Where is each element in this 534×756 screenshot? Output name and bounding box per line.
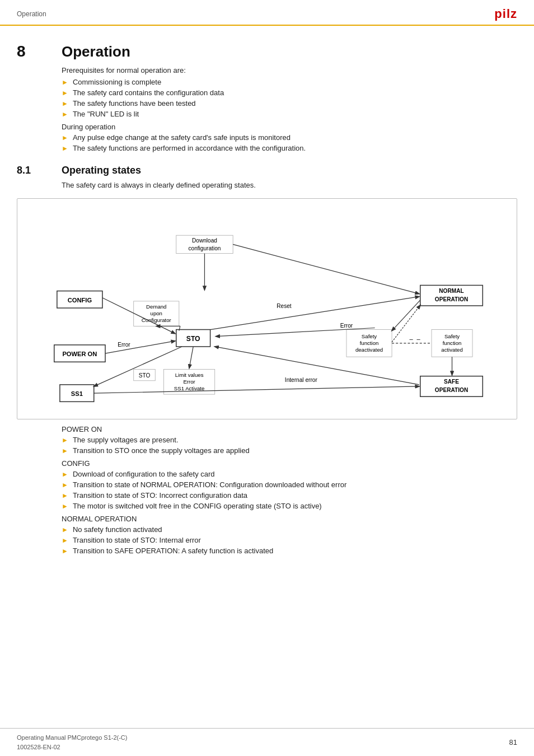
svg-text:upon: upon (151, 310, 162, 316)
bullet-icon: ► (62, 436, 68, 444)
section81-intro: The safety card is always in clearly def… (62, 181, 517, 189)
logo: pilz (494, 7, 517, 21)
footer-page: 81 (509, 738, 517, 746)
svg-text:SAFE: SAFE (444, 379, 459, 385)
svg-text:STO: STO (186, 335, 200, 343)
list-item: ►Transition to STO once the supply volta… (62, 446, 517, 455)
section81-title: Operating states (62, 165, 141, 176)
svg-text:CONFIG: CONFIG (68, 297, 92, 304)
config-list: ►Download of configuration to the safety… (62, 470, 517, 510)
svg-text:Limit values: Limit values (175, 372, 204, 378)
svg-line-44 (94, 386, 419, 393)
config-label: CONFIG (62, 459, 517, 468)
svg-line-54 (189, 347, 193, 368)
header-section-label: Operation (17, 10, 46, 18)
svg-text:Reset: Reset (277, 303, 292, 309)
svg-line-47 (392, 305, 420, 342)
main-content: 8 Operation Prerequisites for normal ope… (0, 26, 534, 570)
svg-line-45 (210, 297, 419, 330)
bullet-icon: ► (62, 502, 68, 510)
svg-text:SS1: SS1 (71, 390, 83, 397)
power-on-list: ►The supply voltages are present. ►Trans… (62, 436, 517, 455)
during-list: ►Any pulse edge change at the safety car… (62, 133, 517, 152)
bullet-icon: ► (62, 110, 68, 118)
page-header: Operation pilz (0, 0, 534, 26)
svg-text:configuration: configuration (188, 245, 221, 251)
list-item: ►Download of configuration to the safety… (62, 470, 517, 478)
list-item: ►No safety function activated (62, 525, 517, 534)
bullet-icon: ► (62, 447, 68, 455)
list-item: ►Transition to state of STO: Internal er… (62, 536, 517, 544)
svg-line-53 (216, 328, 375, 336)
bullet-icon: ► (62, 481, 68, 489)
svg-text:STO: STO (139, 372, 151, 379)
svg-text:activated: activated (441, 347, 463, 353)
footer-manual: Operating Manual PMCprotego S1-2(-C) (17, 733, 127, 743)
svg-text:Demand: Demand (146, 304, 166, 310)
list-item: ►Any pulse edge change at the safety car… (62, 133, 517, 142)
list-item: ►The motor is switched volt free in the … (62, 502, 517, 510)
svg-text:function: function (360, 340, 379, 346)
section81-heading: 8.1 Operating states (17, 165, 517, 176)
footer-doc-number: 1002528-EN-02 (17, 743, 127, 752)
section8-intro: Prerequisites for normal operation are: (62, 66, 517, 74)
svg-text:NORMAL: NORMAL (439, 288, 463, 294)
bullet-icon: ► (62, 547, 68, 555)
svg-text:deactivated: deactivated (355, 347, 383, 353)
diagram-svg: CONFIG POWER ON STO SS1 NORMAL OPERATION… (23, 204, 511, 412)
list-item: ►The safety card contains the configurat… (62, 88, 517, 97)
power-on-label: POWER ON (62, 425, 517, 433)
bullet-icon: ► (62, 470, 68, 478)
svg-text:OPERATION: OPERATION (435, 296, 468, 302)
page-footer: Operating Manual PMCprotego S1-2(-C) 100… (0, 728, 534, 756)
svg-line-43 (94, 347, 182, 386)
svg-line-42 (233, 244, 419, 293)
svg-line-55 (179, 326, 180, 330)
bullet-icon: ► (62, 100, 68, 108)
section8-title: Operation (62, 43, 130, 60)
svg-text:Error: Error (183, 379, 195, 385)
svg-text:–: – (417, 335, 421, 342)
svg-text:Internal error: Internal error (285, 377, 318, 383)
list-item: ►Transition to state of STO: Incorrect c… (62, 491, 517, 500)
bullet-icon: ► (62, 134, 68, 142)
bullet-icon: ► (62, 144, 68, 152)
list-item: ►The "RUN" LED is lit (62, 110, 517, 118)
svg-line-46 (392, 300, 420, 331)
section8-number: 8 (17, 43, 62, 60)
list-item: ►Transition to SAFE OPERATION: A safety … (62, 547, 517, 555)
list-item: ►Commissioning is complete (62, 78, 517, 86)
svg-text:POWER ON: POWER ON (62, 351, 97, 357)
section81-number: 8.1 (17, 165, 62, 176)
normal-op-list: ►No safety function activated ►Transitio… (62, 525, 517, 555)
footer-left: Operating Manual PMCprotego S1-2(-C) 100… (17, 733, 127, 752)
svg-text:OPERATION: OPERATION (435, 387, 468, 393)
bullet-icon: ► (62, 526, 68, 534)
svg-text:Safety: Safety (444, 333, 460, 339)
svg-text:Configurator: Configurator (142, 317, 172, 323)
svg-text:–: – (409, 335, 413, 342)
list-item: ►Transition to state of NORMAL OPERATION… (62, 480, 517, 489)
list-item: ►The safety functions are performed in a… (62, 144, 517, 152)
prerequisites-list: ►Commissioning is complete ►The safety c… (62, 78, 517, 118)
state-diagram: CONFIG POWER ON STO SS1 NORMAL OPERATION… (17, 198, 517, 419)
page: Operation pilz 8 Operation Prerequisites… (0, 0, 534, 756)
svg-text:Error: Error (118, 342, 130, 348)
svg-text:Download: Download (192, 237, 217, 244)
section8-heading: 8 Operation (17, 43, 517, 60)
normal-op-label: NORMAL OPERATION (62, 515, 517, 523)
list-item: ►The supply voltages are present. (62, 436, 517, 444)
bullet-icon: ► (62, 78, 68, 86)
svg-text:SS1 Activate: SS1 Activate (174, 385, 205, 391)
bullet-icon: ► (62, 536, 68, 544)
svg-text:Error: Error (340, 323, 353, 329)
svg-text:function: function (443, 340, 462, 346)
svg-line-39 (105, 341, 175, 353)
during-label: During operation (62, 123, 517, 131)
svg-text:Safety: Safety (362, 333, 377, 339)
list-item: ►The safety functions have been tested (62, 99, 517, 108)
bullet-icon: ► (62, 89, 68, 97)
bullet-icon: ► (62, 492, 68, 500)
